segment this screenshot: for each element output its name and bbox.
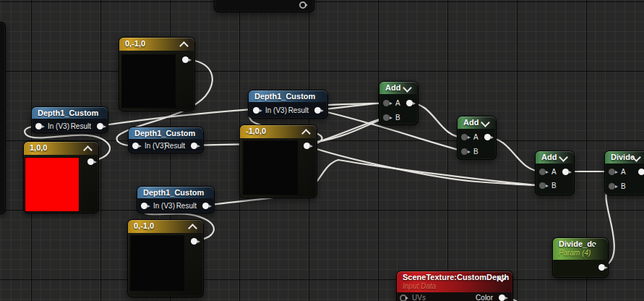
node-title: Depth1_Custom <box>38 109 102 118</box>
pin-b[interactable] <box>461 148 468 155</box>
constant-preview-swatch <box>244 141 297 194</box>
graph-canvas[interactable]: 0,-1,0Depth1_CustomIn (V3)Result1,0,0Dep… <box>0 0 644 301</box>
pin-a[interactable] <box>383 100 390 106</box>
node-func-depth1-custom-2[interactable]: Depth1_CustomIn (V3)Result <box>128 127 204 153</box>
pin-output[interactable] <box>87 158 94 165</box>
pin-color[interactable] <box>499 294 505 301</box>
pin-in-v3[interactable] <box>141 203 147 209</box>
pin-output[interactable] <box>191 238 197 245</box>
pin-label-result: Result <box>176 202 197 211</box>
pin-label-result: Result <box>288 106 309 115</box>
pin-in-v3[interactable] <box>35 123 42 130</box>
node-header: Depth1_Custom <box>249 90 327 102</box>
node-header: 0,-1,0 <box>128 220 203 233</box>
pin-label-a: A <box>473 133 478 142</box>
pin-uvs[interactable] <box>400 294 407 301</box>
node-const-neg1-0-0[interactable]: -1,0,0 <box>239 124 317 198</box>
node-header: Divide_deParam (4) <box>553 238 608 260</box>
node-const-0-neg1-0-bottom[interactable]: 0,-1,0 <box>127 219 204 297</box>
pin-output[interactable] <box>598 264 605 271</box>
node-const-0-neg1-0-top[interactable]: 0,-1,0 <box>119 37 195 111</box>
constant-preview-swatch <box>122 55 175 107</box>
pin-output[interactable] <box>406 100 413 106</box>
pin-label-in-v3: In (V3) <box>48 122 69 131</box>
node-header: Depth1_Custom <box>129 127 203 139</box>
pin-a[interactable] <box>609 169 615 175</box>
pin-in-v3[interactable] <box>132 143 139 149</box>
node-add-2[interactable]: AddAB <box>457 116 497 160</box>
node-const-1-0-0[interactable]: 1,0,0 <box>23 141 99 213</box>
node-divide-de-param[interactable]: Divide_deParam (4) <box>552 237 609 278</box>
pin-label-b: B <box>395 114 400 122</box>
node-subtitle: Param (4) <box>559 249 602 258</box>
node-title: Depth1_Custom <box>143 188 208 198</box>
node-header: 0,-1,0 <box>119 38 194 51</box>
pin-result[interactable] <box>97 123 103 130</box>
pin-label-a: A <box>395 99 400 108</box>
node-add-3[interactable]: AddAB <box>535 150 575 195</box>
pin-output[interactable] <box>304 143 310 149</box>
node-title: 1,0,0 <box>30 143 93 153</box>
pin-output[interactable] <box>638 169 644 175</box>
node-header: Divide <box>605 151 644 164</box>
pin-b[interactable] <box>383 114 390 121</box>
node-func-depth1-custom-3[interactable]: Depth1_CustomIn (V3)Result <box>248 90 328 119</box>
node-title: Depth1_Custom <box>254 92 322 101</box>
pin-result[interactable] <box>191 143 197 149</box>
pin-result[interactable] <box>202 203 209 209</box>
node-divide[interactable]: DivideAB <box>604 150 644 195</box>
node-header: Depth1_Custom <box>137 187 214 198</box>
node-header: -1,0,0 <box>240 125 317 138</box>
node-header: Add <box>458 116 496 129</box>
pin-in-v3[interactable] <box>253 107 259 114</box>
pin-label-b: B <box>551 182 557 190</box>
pin-label-b: B <box>473 148 478 156</box>
pin-label-b: B <box>621 182 626 191</box>
node-title: 0,-1,0 <box>125 39 189 48</box>
node-partial-node-top[interactable] <box>214 0 314 12</box>
pin-result[interactable] <box>314 107 321 114</box>
node-title: -1,0,0 <box>246 127 311 136</box>
node-header: 1,0,0 <box>24 142 98 155</box>
pin-a[interactable] <box>539 169 546 175</box>
node-header: Add <box>536 151 574 164</box>
pin-label-a: A <box>551 168 557 177</box>
pin-output[interactable] <box>484 134 491 140</box>
node-func-depth1-custom-4[interactable]: Depth1_CustomIn (V3)Result <box>137 186 215 213</box>
pin-b[interactable] <box>609 183 615 190</box>
constant-preview-swatch <box>131 236 184 290</box>
node-scene-texture-customdepth[interactable]: SceneTexture:CustomDepthInput DataUVsCol… <box>396 271 513 301</box>
pin-label-result: Result <box>71 122 91 131</box>
node-title: SceneTexture:CustomDepth <box>403 273 507 282</box>
node-subtitle: Input Data <box>403 282 507 291</box>
node-add-1[interactable]: AddAB <box>379 81 418 125</box>
node-title: 0,-1,0 <box>134 221 197 231</box>
pin-label-in-v3: In (V3) <box>153 202 175 211</box>
pin-label-a: A <box>621 168 626 177</box>
pin-output[interactable] <box>562 169 569 175</box>
node-title: Depth1_Custom <box>134 129 197 138</box>
pin-a[interactable] <box>461 134 468 140</box>
pin-label-in-v3: In (V3) <box>145 142 166 150</box>
pin-b[interactable] <box>539 182 546 189</box>
constant-preview-swatch <box>25 158 79 211</box>
pin-label-in-v3: In (V3) <box>265 106 287 115</box>
pin-label-uvs: UVs <box>412 294 426 301</box>
node-header: Add <box>379 82 418 94</box>
wire-const-neg1-0-0.out-to-add-3.b <box>306 145 542 185</box>
node-func-depth1-custom-1[interactable]: Depth1_CustomIn (V3)Result <box>31 106 108 133</box>
node-header: Depth1_Custom <box>32 107 108 119</box>
pin-label-color: Color <box>476 294 493 301</box>
node-header: SceneTexture:CustomDepthInput Data <box>397 271 512 292</box>
pin-output[interactable] <box>299 1 306 9</box>
pin-output[interactable] <box>182 56 189 63</box>
node-partial-node-left[interactable] <box>0 22 6 214</box>
pin-label-result: Result <box>165 142 185 150</box>
